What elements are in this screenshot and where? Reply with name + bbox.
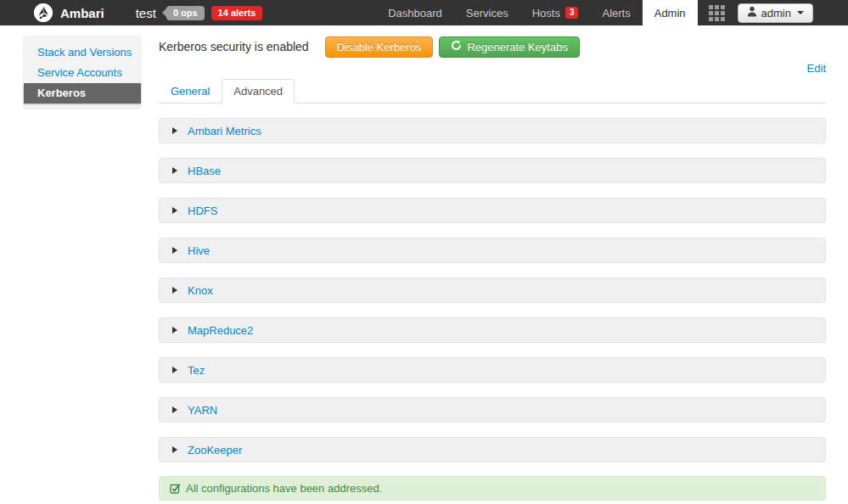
section-label: ZooKeeper [188,444,242,456]
caret-right-icon [172,287,177,294]
user-name: admin [761,7,791,20]
nav-label: Services [466,7,508,20]
section-label: YARN [188,404,217,417]
cluster-name: test [136,6,156,20]
section-hdfs[interactable]: HDFS [159,198,826,223]
top-navigation: Dashboard Services Hosts 3 Alerts Admin [376,0,848,25]
sidebar-item-stack-and-versions[interactable]: Stack and Versions [24,42,141,63]
section-label: MapReduce2 [188,324,253,337]
caret-right-icon [172,327,177,333]
user-icon [747,6,757,20]
brand[interactable]: Ambari [34,0,104,25]
success-message: All configurations have been addressed. [186,482,382,495]
caret-right-icon [172,207,177,214]
caret-right-icon [172,167,177,174]
button-label: Regenerate Keytabs [467,41,568,53]
nav-label: Admin [654,7,686,20]
section-ambari-metrics[interactable]: Ambari Metrics [159,118,826,143]
caret-down-icon [797,11,804,14]
nav-item-hosts[interactable]: Hosts 3 [520,0,591,25]
ops-count-badge[interactable]: 0 ops [166,6,205,20]
nav-item-services[interactable]: Services [454,0,520,25]
refresh-icon [451,40,462,53]
tab-general[interactable]: General [159,79,222,104]
section-tez[interactable]: Tez [159,357,826,383]
section-label: HBase [188,165,221,177]
grid-icon [709,5,725,21]
kerberos-status-text: Kerberos security is enabled [159,40,309,53]
caret-right-icon [172,406,177,413]
nav-item-alerts[interactable]: Alerts [590,0,642,25]
tab-advanced[interactable]: Advanced [222,79,295,104]
sidebar-item-label: Stack and Versions [37,46,132,59]
section-hive[interactable]: Hive [159,238,826,263]
nav-label: Alerts [602,7,630,20]
user-menu-button[interactable]: admin [738,3,813,23]
nav-label: Dashboard [388,7,442,20]
section-zookeeper[interactable]: ZooKeeper [159,437,826,462]
section-label: Knox [188,284,213,297]
alerts-count-badge[interactable]: 14 alerts [211,6,263,20]
cluster-info: test 0 ops 14 alerts [136,0,263,25]
admin-sidebar: Stack and Versions Service Accounts Kerb… [24,36,141,108]
disable-kerberos-button[interactable]: Disable Kerberos [325,36,434,58]
nav-item-admin[interactable]: Admin [643,0,698,25]
nav-label: Hosts [532,7,560,20]
hosts-alert-badge: 3 [565,7,579,19]
kerberos-page: Kerberos security is enabled Disable Ker… [159,34,826,501]
top-navbar: Ambari test 0 ops 14 alerts Dashboard Se… [0,0,848,25]
nav-item-dashboard[interactable]: Dashboard [376,0,454,25]
caret-right-icon [172,367,177,373]
section-yarn[interactable]: YARN [159,397,826,423]
caret-right-icon [172,247,177,254]
sidebar-item-label: Kerberos [37,87,86,99]
edit-link[interactable]: Edit [807,62,826,75]
section-label: Tez [188,364,205,377]
section-hbase[interactable]: HBase [159,158,826,183]
views-menu-button[interactable] [698,0,736,25]
checked-box-icon [170,483,181,494]
section-mapreduce2[interactable]: MapReduce2 [159,317,826,343]
brand-name: Ambari [60,6,104,20]
section-label: Hive [188,244,210,257]
section-label: Ambari Metrics [188,125,261,137]
section-knox[interactable]: Knox [159,277,826,303]
config-success-alert: All configurations have been addressed. [159,476,826,501]
regenerate-keytabs-button[interactable]: Regenerate Keytabs [439,36,580,58]
sidebar-item-kerberos[interactable]: Kerberos [24,83,141,104]
caret-right-icon [172,127,177,134]
config-tabs: General Advanced [159,79,826,104]
sidebar-item-service-accounts[interactable]: Service Accounts [24,63,141,83]
sidebar-item-label: Service Accounts [37,66,122,79]
ambari-logo-icon [34,3,53,22]
section-label: HDFS [188,204,217,217]
caret-right-icon [172,446,177,453]
service-config-accordion: Ambari Metrics HBase HDFS Hive Knox MapR… [159,118,826,462]
